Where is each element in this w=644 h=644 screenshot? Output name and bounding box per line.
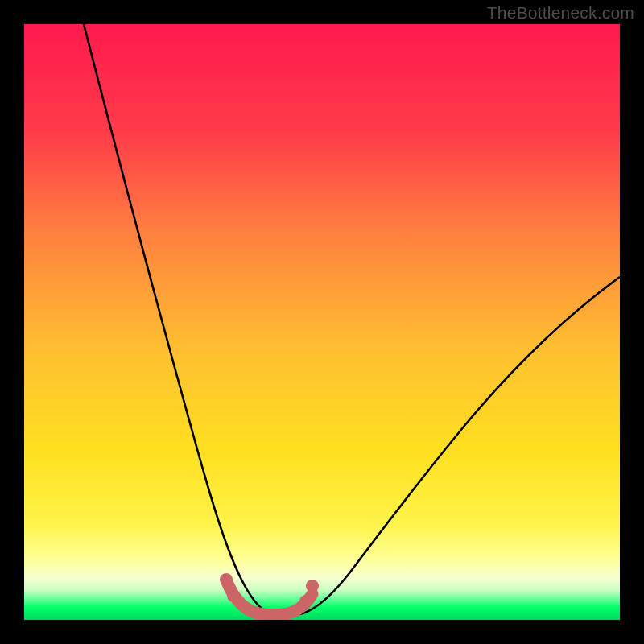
bottleneck-chart: [0, 0, 644, 644]
watermark-label: TheBottleneck.com: [487, 3, 634, 23]
highlight-dot-left: [220, 573, 233, 586]
highlight-dot-3: [299, 595, 312, 608]
plot-area: [24, 24, 620, 620]
chart-container: TheBottleneck.com: [0, 0, 644, 644]
highlight-dot-right: [306, 580, 319, 592]
highlight-dot-2: [227, 589, 240, 602]
